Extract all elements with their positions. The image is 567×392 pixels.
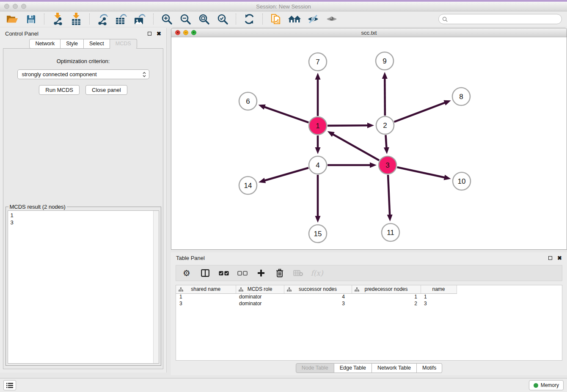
import-table-button[interactable] (69, 13, 83, 25)
result-scrollbar[interactable] (153, 211, 159, 363)
graph-edge-4-14[interactable] (259, 168, 308, 183)
zoom-in-button[interactable] (160, 13, 174, 25)
zoom-out-button[interactable] (178, 13, 193, 25)
show-all-button[interactable] (325, 13, 339, 25)
tab-motifs[interactable]: Motifs (417, 363, 442, 373)
dropdown-stepper-icon (142, 72, 146, 77)
table-cell[interactable]: 1 (421, 293, 457, 300)
first-neighbors-button[interactable] (287, 13, 302, 25)
graph-node-7[interactable]: 7 (309, 53, 327, 71)
tab-select[interactable]: Select (84, 39, 110, 49)
toolbar-separator (89, 14, 90, 25)
destroy-table-button[interactable] (292, 267, 305, 279)
search-field[interactable] (438, 14, 562, 24)
graph-node-4[interactable]: 4 (309, 156, 327, 174)
refresh-button[interactable] (242, 13, 256, 25)
column-header-MCDS-role[interactable]: MCDS role (236, 285, 284, 293)
table-toolbar: ⚙ f(x) (176, 265, 562, 281)
svg-text:9: 9 (383, 57, 386, 65)
memory-button[interactable]: Memory (529, 380, 564, 390)
graph-edge-1-6[interactable] (259, 105, 309, 123)
column-header-name[interactable]: name (421, 285, 457, 293)
zoom-fit-button[interactable] (197, 13, 211, 25)
control-panel-tabs: Network Style Select MCDS (0, 39, 166, 49)
split-view-icon (201, 269, 209, 277)
optimization-criterion-dropdown[interactable]: strongly connected component (17, 69, 149, 79)
graph-edge-3-1[interactable] (328, 131, 379, 160)
close-table-panel-icon[interactable]: ✖ (557, 255, 562, 261)
graph-node-1[interactable]: 1 (309, 117, 327, 135)
import-table-icon (71, 13, 82, 25)
status-bar: Memory (0, 378, 567, 392)
export-network-button[interactable] (96, 13, 110, 25)
copy-style-button[interactable] (269, 13, 283, 25)
column-header-successor-nodes[interactable]: successor nodes (284, 285, 352, 293)
mcds-result-value: 1 (11, 212, 151, 219)
graph-node-11[interactable]: 11 (382, 224, 399, 241)
column-header-predecessor-nodes[interactable]: predecessor nodes (352, 285, 421, 293)
task-history-button[interactable] (3, 380, 16, 390)
table-cell[interactable]: 3 (284, 300, 352, 307)
search-input[interactable] (450, 16, 558, 22)
function-builder-button[interactable]: f(x) (311, 267, 323, 279)
close-panel-icon[interactable]: ✖ (157, 31, 161, 36)
graph-edge-1-7[interactable] (315, 73, 321, 116)
hide-selected-button[interactable] (306, 13, 320, 25)
graph-edge-2-9[interactable] (382, 72, 388, 116)
graph-node-6[interactable]: 6 (239, 92, 257, 110)
import-network-button[interactable] (50, 13, 65, 25)
split-view-button[interactable] (199, 267, 212, 279)
table-cell[interactable]: 4 (284, 293, 352, 300)
table-row[interactable]: 3dominator323 (176, 300, 457, 307)
table-cell[interactable]: 2 (352, 300, 421, 307)
add-column-button[interactable] (255, 267, 267, 279)
zoom-selected-button[interactable] (215, 13, 230, 25)
float-table-panel-icon[interactable] (548, 256, 552, 260)
select-all-button[interactable] (217, 267, 230, 279)
tab-edge-table[interactable]: Edge Table (334, 363, 372, 373)
graph-node-3[interactable]: 3 (379, 156, 396, 174)
tab-network[interactable]: Network (29, 39, 61, 49)
graph-node-8[interactable]: 8 (452, 88, 470, 105)
open-session-button[interactable] (5, 13, 19, 25)
table-row[interactable]: 1dominator411 (176, 293, 457, 300)
node-table[interactable]: shared nameMCDS rolesuccessor nodesprede… (176, 285, 457, 307)
float-panel-icon[interactable] (148, 32, 151, 36)
run-mcds-button[interactable]: Run MCDS (39, 85, 80, 95)
close-panel-button[interactable]: Close panel (85, 85, 127, 95)
graph-node-15[interactable]: 15 (309, 225, 327, 243)
graph-edge-2-3[interactable] (384, 135, 389, 154)
tab-network-table[interactable]: Network Table (372, 363, 417, 373)
graph-edge-3-10[interactable] (397, 167, 451, 180)
table-settings-button[interactable]: ⚙ (180, 267, 193, 279)
graph-edge-1-4[interactable] (315, 135, 321, 154)
graph-node-14[interactable]: 14 (239, 177, 257, 194)
graph-node-2[interactable]: 2 (376, 116, 394, 134)
tab-mcds[interactable]: MCDS (110, 39, 137, 49)
table-cell[interactable]: dominator (236, 300, 284, 307)
table-cell[interactable]: 1 (352, 293, 421, 300)
column-header-shared-name[interactable]: shared name (176, 285, 236, 293)
save-session-button[interactable] (24, 13, 38, 25)
network-graph-canvas[interactable]: 7968124314101511 (171, 37, 567, 249)
export-table-button[interactable] (114, 13, 129, 25)
mcds-panel-content: Optimization criterion: strongly connect… (3, 48, 163, 369)
delete-column-button[interactable] (273, 267, 286, 279)
export-image-button[interactable] (133, 13, 147, 25)
table-cell[interactable]: dominator (236, 293, 284, 300)
graph-node-10[interactable]: 10 (453, 172, 471, 190)
graph-edge-4-15[interactable] (315, 175, 321, 223)
network-frame-titlebar[interactable]: ✕ − + scc.txt (171, 28, 567, 37)
deselect-all-button[interactable] (236, 267, 249, 279)
tab-style[interactable]: Style (61, 39, 84, 49)
tab-node-table[interactable]: Node Table (296, 363, 334, 373)
graph-node-9[interactable]: 9 (376, 52, 394, 70)
table-cell[interactable]: 3 (421, 300, 457, 307)
table-cell[interactable]: 3 (176, 300, 236, 307)
table-cell[interactable]: 1 (176, 293, 236, 300)
graph-edge-1-2[interactable] (328, 123, 374, 128)
graph-edge-3-11[interactable] (387, 175, 393, 221)
graph-edge-4-3[interactable] (328, 163, 377, 168)
graph-edge-2-8[interactable] (394, 100, 451, 122)
list-icon (6, 383, 13, 388)
